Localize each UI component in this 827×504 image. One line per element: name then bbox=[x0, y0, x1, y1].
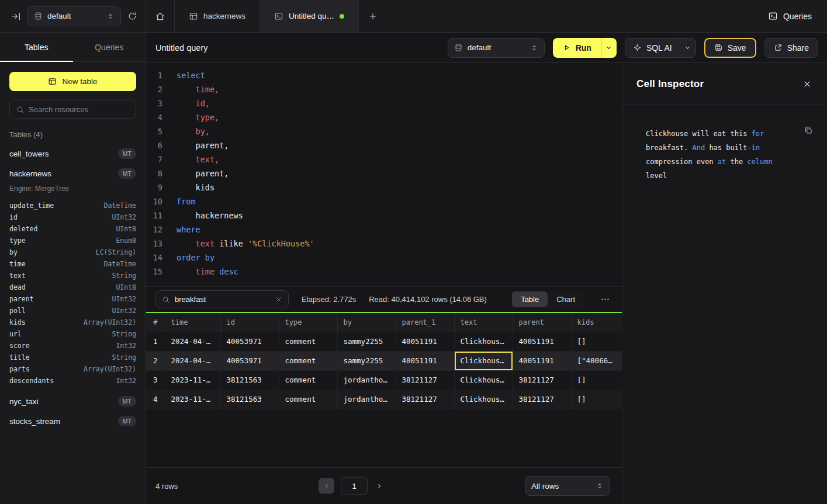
table-cell[interactable]: 40051191 bbox=[396, 351, 454, 370]
table-cell[interactable]: comment bbox=[279, 390, 337, 409]
sidebar-column-row[interactable]: textString bbox=[0, 270, 146, 281]
editor-code-line[interactable]: id, bbox=[177, 96, 622, 110]
sidebar-column-row[interactable]: pollUInt32 bbox=[0, 305, 146, 317]
table-cell[interactable]: 1 bbox=[146, 332, 165, 351]
table-cell[interactable]: 40051191 bbox=[513, 351, 571, 370]
column-header[interactable]: id bbox=[220, 313, 279, 332]
copy-cell-button[interactable] bbox=[804, 126, 813, 135]
table-cell[interactable]: 2023-11-02… bbox=[165, 390, 220, 409]
topbar-database-selector[interactable]: default bbox=[27, 6, 121, 26]
rows-per-page-select[interactable]: All rows bbox=[525, 476, 610, 496]
editor-code-line[interactable]: from bbox=[177, 194, 622, 208]
new-tab-button[interactable] bbox=[359, 0, 387, 32]
editor-code-line[interactable]: order by bbox=[177, 251, 622, 265]
table-cell[interactable]: [] bbox=[571, 370, 622, 390]
sidebar-column-row[interactable]: parentUInt32 bbox=[0, 293, 146, 305]
prev-page-button[interactable] bbox=[319, 478, 334, 494]
table-cell[interactable]: comment bbox=[279, 332, 337, 351]
new-table-button[interactable]: New table bbox=[9, 72, 136, 91]
column-header[interactable]: parent_1 bbox=[396, 313, 454, 332]
table-cell[interactable]: ["40066964… bbox=[571, 351, 622, 370]
table-cell[interactable]: [] bbox=[571, 332, 622, 351]
table-cell[interactable]: Clickhouse… bbox=[454, 351, 513, 370]
sidebar-column-row[interactable]: deletedUInt8 bbox=[0, 223, 146, 235]
next-page-button[interactable] bbox=[374, 481, 385, 491]
sidebar-column-row[interactable]: timeDateTime bbox=[0, 258, 146, 270]
save-button[interactable]: Save bbox=[704, 38, 756, 58]
editor-code-line[interactable]: text, bbox=[177, 152, 622, 166]
refresh-button[interactable] bbox=[127, 11, 137, 21]
sidebar-column-row[interactable]: partsArray(UInt32) bbox=[0, 363, 146, 375]
sidebar-column-row[interactable]: idUInt32 bbox=[0, 211, 146, 223]
sidebar-column-row[interactable]: update_timeDateTime bbox=[0, 200, 146, 211]
sidebar-table-stocks-stream[interactable]: stocks_stream MT bbox=[0, 411, 146, 431]
sidebar-column-row[interactable]: deadUInt8 bbox=[0, 281, 146, 293]
table-cell[interactable]: comment bbox=[279, 370, 337, 390]
table-cell[interactable]: Clickhouse… bbox=[454, 370, 513, 390]
editor-code-line[interactable]: parent, bbox=[177, 166, 622, 180]
sql-ai-button[interactable]: SQL AI bbox=[625, 39, 680, 57]
editor-code[interactable]: select time, id, type, by, parent, text,… bbox=[169, 68, 622, 286]
sidebar-column-row[interactable]: kidsArray(UInt32) bbox=[0, 317, 146, 328]
sidebar-tab-queries[interactable]: Queries bbox=[73, 33, 146, 61]
column-header[interactable]: kids bbox=[571, 313, 622, 332]
table-cell[interactable]: sammy2255 bbox=[337, 351, 396, 370]
sidebar-search-input[interactable] bbox=[29, 105, 130, 114]
sidebar-column-row[interactable]: scoreInt32 bbox=[0, 340, 146, 352]
results-more-button[interactable] bbox=[598, 294, 613, 304]
column-header[interactable]: by bbox=[337, 313, 396, 332]
column-header[interactable]: parent bbox=[513, 313, 571, 332]
editor-code-line[interactable]: by, bbox=[177, 124, 622, 138]
table-cell[interactable]: 2024-04-16… bbox=[165, 351, 220, 370]
editor-code-line[interactable]: parent, bbox=[177, 138, 622, 152]
run-button[interactable]: Run bbox=[553, 38, 601, 58]
table-cell[interactable]: Clickhouse… bbox=[454, 332, 513, 351]
clear-search-button[interactable] bbox=[275, 296, 282, 303]
table-cell[interactable]: Clickhouse… bbox=[454, 390, 513, 409]
share-button[interactable]: Share bbox=[764, 38, 818, 58]
sidebar-column-row[interactable]: urlString bbox=[0, 328, 146, 340]
table-cell[interactable]: 38121127 bbox=[396, 370, 454, 390]
table-cell[interactable]: sammy2255 bbox=[337, 332, 396, 351]
table-cell[interactable]: 38121127 bbox=[513, 390, 571, 409]
table-cell[interactable]: 40053971 bbox=[220, 351, 279, 370]
editor-code-line[interactable]: select bbox=[177, 68, 622, 82]
editor-code-line[interactable]: time desc bbox=[177, 265, 622, 279]
table-cell[interactable]: 2 bbox=[146, 351, 165, 370]
sidebar-table-nyc-taxi[interactable]: nyc_taxi MT bbox=[0, 391, 146, 411]
column-header[interactable]: type bbox=[279, 313, 337, 332]
sidebar-table-hackernews[interactable]: hackernews MT bbox=[0, 164, 146, 183]
table-cell[interactable]: 3 bbox=[146, 370, 165, 390]
tab-hackernews[interactable]: hackernews bbox=[175, 0, 260, 32]
sidebar-tab-tables[interactable]: Tables bbox=[0, 33, 73, 61]
editor-code-line[interactable]: where bbox=[177, 223, 622, 237]
table-cell[interactable]: jordanthoms bbox=[337, 370, 396, 390]
table-cell[interactable]: jordanthoms bbox=[337, 390, 396, 409]
results-search[interactable] bbox=[155, 290, 289, 308]
sidebar-search[interactable] bbox=[9, 100, 136, 119]
sidebar-column-row[interactable]: descendantsInt32 bbox=[0, 375, 146, 387]
column-header[interactable]: # bbox=[146, 313, 165, 332]
column-header[interactable]: time bbox=[165, 313, 220, 332]
table-cell[interactable]: comment bbox=[279, 351, 337, 370]
table-cell[interactable]: 38121127 bbox=[513, 370, 571, 390]
sidebar-column-row[interactable]: byLC(String) bbox=[0, 246, 146, 258]
table-cell[interactable]: [] bbox=[571, 390, 622, 409]
editor-code-line[interactable]: kids bbox=[177, 180, 622, 194]
sql-editor[interactable]: 123456789101112131415 select time, id, t… bbox=[146, 63, 622, 286]
table-cell[interactable]: 38121127 bbox=[396, 390, 454, 409]
query-database-selector[interactable]: default bbox=[448, 38, 545, 58]
page-number-input[interactable] bbox=[341, 477, 368, 495]
table-cell[interactable]: 4 bbox=[146, 390, 165, 409]
table-cell[interactable]: 38121563 bbox=[220, 370, 279, 390]
table-cell[interactable]: 40051191 bbox=[513, 332, 571, 351]
view-table-button[interactable]: Table bbox=[512, 291, 548, 307]
sidebar-column-row[interactable]: typeEnum8 bbox=[0, 235, 146, 246]
table-cell[interactable]: 2023-11-02… bbox=[165, 370, 220, 390]
table-cell[interactable]: 2024-04-16… bbox=[165, 332, 220, 351]
tab-home[interactable] bbox=[146, 0, 175, 32]
table-cell[interactable]: 40053971 bbox=[220, 332, 279, 351]
sql-ai-options-button[interactable] bbox=[680, 39, 695, 57]
sidebar-column-row[interactable]: titleString bbox=[0, 352, 146, 363]
table-cell[interactable]: 38121563 bbox=[220, 390, 279, 409]
